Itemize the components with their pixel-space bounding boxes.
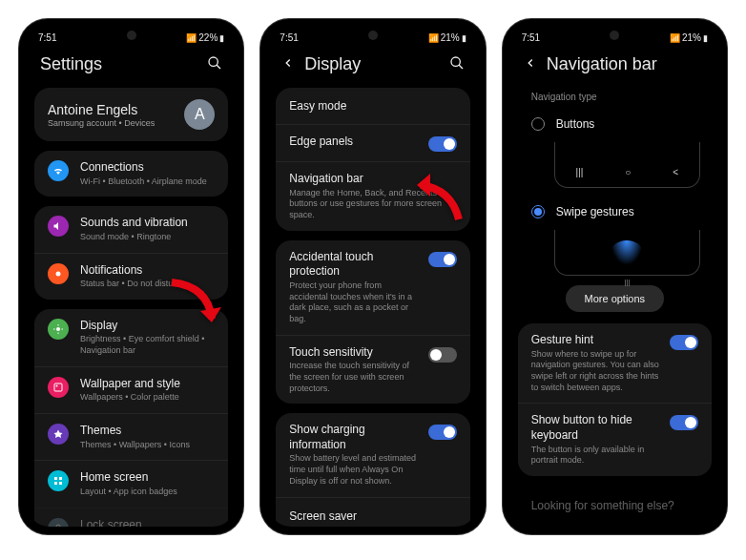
swipe-hint-graphic — [611, 240, 643, 265]
battery-percent: 21% — [682, 32, 701, 43]
status-icons: 📶 — [428, 33, 439, 43]
phone-3-navigation-bar: 7:51 📶21%▮ Navigation bar Navigation typ… — [503, 19, 727, 534]
toggle-gesture-hint[interactable] — [670, 335, 698, 350]
toggle-hide-keyboard-btn[interactable] — [670, 415, 698, 430]
radio-icon[interactable] — [531, 205, 545, 218]
battery-percent: 22% — [198, 32, 218, 43]
header: Settings — [27, 45, 236, 88]
search-icon[interactable] — [449, 55, 465, 73]
toggle-charging-info[interactable] — [428, 425, 457, 440]
row-sounds[interactable]: Sounds and vibrationSound mode • Rington… — [34, 206, 228, 252]
preview-buttons: ||| ○ < — [554, 142, 700, 188]
svg-line-1 — [217, 65, 220, 69]
group-connections: ConnectionsWi-Fi • Bluetooth • Airplane … — [34, 151, 228, 197]
camera-notch — [610, 31, 619, 40]
row-screen-saver[interactable]: Screen saver — [276, 497, 469, 528]
row-display[interactable]: DisplayBrightness • Eye comfort shield •… — [34, 309, 228, 366]
svg-rect-7 — [59, 477, 62, 480]
page-title: Navigation bar — [547, 54, 706, 74]
radio-icon[interactable] — [531, 117, 545, 131]
row-gesture-hint[interactable]: Gesture hintShow where to swipe up for n… — [518, 323, 712, 403]
page-title: Settings — [40, 54, 207, 74]
status-icons: 📶 — [670, 33, 680, 43]
recents-icon: ||| — [576, 167, 584, 177]
battery-icon: ▮ — [703, 33, 708, 43]
more-options-button[interactable]: More options — [566, 285, 665, 312]
row-navigation-bar[interactable]: Navigation barManage the Home, Back, and… — [276, 161, 469, 231]
radio-buttons[interactable]: Buttons — [518, 110, 712, 138]
battery-icon: ▮ — [462, 33, 466, 43]
svg-point-11 — [451, 57, 460, 66]
lock-icon — [48, 518, 69, 527]
row-edge-panels[interactable]: Edge panels — [276, 124, 469, 161]
row-touch-sensitivity[interactable]: Touch sensitivityIncrease the touch sens… — [276, 335, 469, 404]
home-icon — [48, 470, 69, 491]
section-nav-type: Navigation type — [518, 88, 712, 110]
row-charging-info[interactable]: Show charging informationShow battery le… — [276, 413, 469, 496]
wallpaper-icon — [48, 377, 69, 398]
radio-swipe[interactable]: Swipe gestures — [518, 197, 712, 226]
svg-rect-8 — [54, 482, 57, 485]
toggle-accidental-touch[interactable] — [428, 252, 457, 267]
clock: 7:51 — [38, 32, 56, 43]
navbar-list[interactable]: Navigation type Buttons ||| ○ < Swipe ge… — [510, 88, 719, 527]
page-title: Display — [304, 54, 448, 74]
sound-icon — [48, 216, 69, 237]
row-connections[interactable]: ConnectionsWi-Fi • Bluetooth • Airplane … — [34, 151, 228, 197]
toggle-touch-sensitivity[interactable] — [428, 347, 457, 363]
wifi-icon — [48, 160, 69, 181]
status-icons: 📶 — [186, 33, 197, 43]
search-icon[interactable] — [207, 55, 222, 73]
bell-icon — [48, 263, 69, 284]
settings-list[interactable]: Antoine Engels Samsung account • Devices… — [27, 88, 236, 527]
avatar[interactable]: A — [184, 99, 215, 130]
clock: 7:51 — [522, 32, 540, 43]
svg-line-12 — [459, 65, 463, 69]
svg-point-5 — [56, 384, 58, 386]
back-icon[interactable] — [281, 56, 295, 73]
svg-point-2 — [56, 271, 61, 276]
display-list[interactable]: Easy mode Edge panels Navigation barMana… — [268, 88, 477, 527]
row-homescreen[interactable]: Home screenLayout • App icon badges — [34, 460, 228, 507]
svg-rect-9 — [59, 482, 62, 485]
group-sound-notif: Sounds and vibrationSound mode • Rington… — [34, 206, 228, 300]
row-easy-mode[interactable]: Easy mode — [276, 88, 469, 124]
gesture-hint-icon: ||| — [624, 278, 630, 286]
account-name: Antoine Engels — [48, 102, 184, 117]
row-themes[interactable]: ThemesThemes • Wallpapers • Icons — [34, 413, 228, 460]
svg-rect-4 — [54, 384, 62, 391]
battery-percent: 21% — [441, 32, 460, 43]
toggle-edge-panels[interactable] — [428, 136, 457, 152]
row-hide-keyboard-btn[interactable]: Show button to hide keyboardThe button i… — [518, 403, 712, 476]
header: Display — [268, 45, 477, 88]
home-icon: ○ — [625, 167, 631, 177]
preview-swipe: ||| — [554, 230, 700, 276]
group-display: DisplayBrightness • Eye comfort shield •… — [34, 309, 228, 527]
svg-point-0 — [209, 57, 218, 66]
row-wallpaper[interactable]: Wallpaper and styleWallpapers • Color pa… — [34, 366, 228, 413]
phone-2-display: 7:51 📶21%▮ Display Easy mode Edge panels… — [260, 19, 485, 534]
display-icon — [48, 319, 69, 340]
account-card[interactable]: Antoine Engels Samsung account • Devices… — [34, 88, 228, 141]
svg-rect-6 — [54, 477, 57, 480]
camera-notch — [127, 31, 136, 40]
row-lockscreen[interactable]: Lock screen — [34, 508, 228, 527]
account-sub: Samsung account • Devices — [48, 118, 184, 128]
row-accidental-touch[interactable]: Accidental touch protectionProtect your … — [276, 240, 469, 335]
themes-icon — [48, 424, 69, 445]
battery-icon: ▮ — [219, 33, 224, 43]
footer-question: Looking for something else? — [518, 486, 712, 518]
camera-notch — [368, 31, 378, 40]
back-icon: < — [673, 167, 678, 177]
phone-1-settings: 7:51 📶 22% ▮ Settings Antoine Engels Sam… — [19, 19, 243, 534]
clock: 7:51 — [280, 32, 298, 43]
back-icon[interactable] — [524, 56, 537, 73]
row-notifications[interactable]: NotificationsStatus bar • Do not disturb — [34, 253, 228, 300]
header: Navigation bar — [510, 45, 719, 88]
svg-point-3 — [56, 327, 60, 331]
